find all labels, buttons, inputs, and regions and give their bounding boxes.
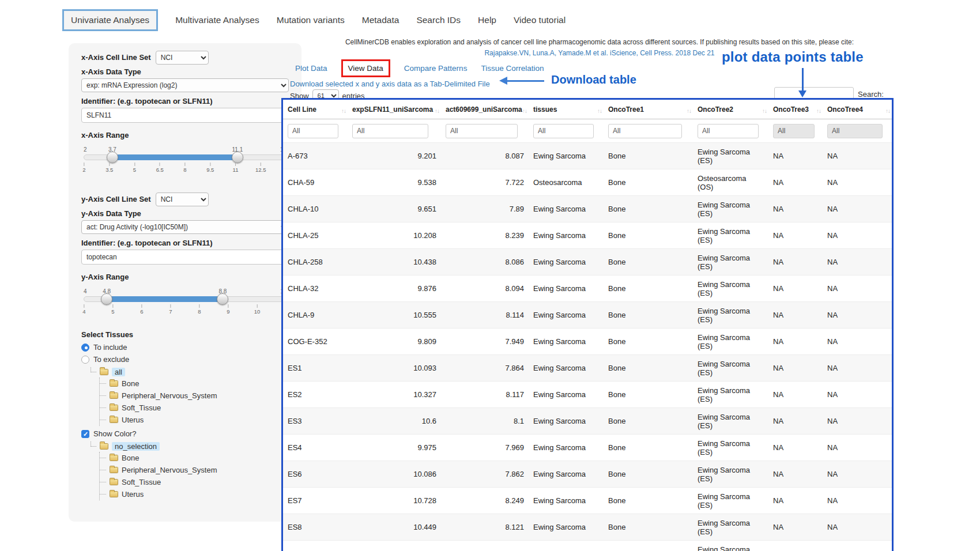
nav-tab-multivariate-analyses[interactable]: Multivariate Analyses — [175, 15, 259, 25]
slider-handle-low[interactable] — [101, 293, 112, 305]
tree-node-bone[interactable]: Bone — [100, 452, 289, 464]
tree-node-soft-tissue[interactable]: Soft_Tissue — [100, 402, 289, 414]
table-row-chla-9[interactable]: CHLA-910.5558.114Ewing SarcomaBoneEwing … — [283, 302, 892, 329]
sort-icon[interactable]: ↑↓ — [687, 107, 691, 115]
nav-tab-video-tutorial[interactable]: Video tutorial — [514, 15, 566, 25]
sort-icon[interactable]: ↑↓ — [816, 107, 821, 115]
column-filter-cell-line[interactable] — [288, 124, 338, 138]
tissues-include-option[interactable]: To include — [81, 343, 289, 352]
cell-tissues: Ewing Sarcoma — [529, 435, 604, 461]
column-header-oncotree3[interactable]: OncoTree3↑↓ — [768, 100, 823, 119]
download-data-link[interactable]: Download selected x and y axis data as a… — [290, 80, 490, 88]
tree-node-uterus[interactable]: Uterus — [100, 414, 289, 426]
table-header-row: Cell Line↑↓expSLFN11_uniSarcoma↑↓act6096… — [283, 100, 892, 119]
column-filter-expslfn11-unisarcoma[interactable] — [352, 124, 428, 138]
sort-icon[interactable]: ↑↓ — [435, 107, 439, 115]
tree-node-peripheral-nervous-system[interactable]: Peripheral_Nervous_System — [100, 390, 289, 402]
tree-node-no-selection[interactable]: no_selection — [91, 440, 289, 452]
tree-node-soft-tissue[interactable]: Soft_Tissue — [100, 476, 289, 488]
column-header-oncotree1[interactable]: OncoTree1↑↓ — [604, 100, 693, 119]
tree-node-all[interactable]: all — [91, 366, 289, 378]
slider-handle-high[interactable] — [217, 293, 228, 305]
y-axis-identifier-input[interactable] — [81, 250, 289, 265]
column-filter-oncotree4[interactable] — [827, 124, 883, 138]
cell-oncotree4: NA — [823, 435, 892, 461]
table-row-chla-258[interactable]: CHLA-25810.4388.086Ewing SarcomaBoneEwin… — [283, 249, 892, 276]
table-row-es6[interactable]: ES610.0867.862Ewing SarcomaBoneEwing Sar… — [283, 461, 892, 488]
annotation-left-arrow-head-icon — [499, 77, 507, 85]
column-filter-act609699-unisarcoma[interactable] — [446, 124, 518, 138]
sort-icon[interactable]: ↑↓ — [597, 107, 602, 115]
table-row-chla-25[interactable]: CHLA-2510.2088.239Ewing SarcomaBoneEwing… — [283, 222, 892, 249]
x-axis-cell-line-set-select[interactable]: NCI — [156, 51, 209, 65]
y-axis-cell-line-set-select[interactable]: NCI — [156, 193, 209, 206]
column-filter-oncotree2[interactable] — [698, 124, 759, 138]
tree-node-bone[interactable]: Bone — [100, 378, 289, 390]
column-label: Cell Line — [288, 105, 316, 114]
annotation-down-arrow-head-icon — [798, 90, 806, 97]
table-row-cha-59[interactable]: CHA-599.5387.722OsteosarcomaBoneOsteosar… — [283, 169, 892, 196]
radio-selected-icon[interactable] — [81, 344, 89, 352]
tree-node-label[interactable]: all — [112, 368, 125, 376]
x-axis-cell-line-set-label: x-Axis Cell Line Set — [81, 53, 151, 62]
sort-icon[interactable]: ↑↓ — [341, 107, 346, 115]
table-row-chla-32[interactable]: CHLA-329.8768.094Ewing SarcomaBoneEwing … — [283, 276, 892, 302]
column-filter-oncotree3[interactable] — [773, 124, 815, 138]
slider-tick-label: 11 — [233, 163, 239, 173]
tree-node-uterus[interactable]: Uterus — [100, 488, 289, 500]
y-axis-identifier-label: Identifier: (e.g. topotecan or SLFN11) — [81, 239, 289, 248]
table-row-es7[interactable]: ES710.7288.249Ewing SarcomaBoneEwing Sar… — [283, 488, 892, 514]
column-header-expslfn11-unisarcoma[interactable]: expSLFN11_uniSarcoma↑↓ — [348, 100, 441, 119]
column-filter-tissues[interactable] — [533, 124, 594, 138]
slider-handle-high[interactable] — [232, 152, 243, 163]
table-row-a-673[interactable]: A-6739.2018.087Ewing SarcomaBoneEwing Sa… — [283, 143, 892, 169]
tab-tissue-correlation[interactable]: Tissue Correlation — [481, 64, 544, 73]
cell-oncotree3: NA — [768, 408, 823, 435]
cell-cell-line: ES2 — [283, 382, 348, 408]
y-axis-range-slider: 4114.88.84567891011 — [84, 289, 287, 319]
tree-node-label[interactable]: no_selection — [112, 442, 160, 451]
nav-tab-search-ids[interactable]: Search IDs — [416, 15, 461, 25]
tree-connector — [91, 367, 96, 372]
x-axis-identifier-input[interactable] — [81, 108, 289, 123]
table-row-es8[interactable]: ES810.4498.121Ewing SarcomaBoneEwing Sar… — [283, 514, 892, 541]
sort-icon[interactable]: ↑↓ — [522, 107, 527, 115]
table-row-es2[interactable]: ES210.3278.117Ewing SarcomaBoneEwing Sar… — [283, 382, 892, 408]
table-row-es4[interactable]: ES49.9757.969Ewing SarcomaBoneEwing Sarc… — [283, 435, 892, 461]
nav-tab-univariate-analyses[interactable]: Univariate Analyses — [62, 9, 158, 31]
sort-icon[interactable]: ↑↓ — [762, 107, 767, 115]
cell-oncotree1: Bone — [604, 461, 693, 488]
tab-plot-data[interactable]: Plot Data — [295, 64, 327, 73]
table-row-es3[interactable]: ES310.68.1Ewing SarcomaBoneEwing Sarcoma… — [283, 408, 892, 435]
nav-tab-metadata[interactable]: Metadata — [362, 15, 399, 25]
slider-handle-low[interactable] — [107, 152, 118, 163]
show-color-option[interactable]: Show Color? — [81, 429, 289, 438]
tab-compare-patterns[interactable]: Compare Patterns — [404, 64, 468, 73]
tab-view-data[interactable]: View Data — [348, 64, 383, 73]
column-header-oncotree2[interactable]: OncoTree2↑↓ — [693, 100, 768, 119]
x-axis-data-type-select[interactable]: exp: mRNA Expression (log2) — [81, 78, 289, 92]
checkbox-checked-icon[interactable] — [81, 430, 89, 438]
radio-unselected-icon[interactable] — [81, 356, 89, 364]
x-axis-identifier-label: Identifier: (e.g. topotecan or SLFN11) — [81, 97, 289, 106]
table-row-cog-e-352[interactable]: COG-E-3529.8097.949Ewing SarcomaBoneEwin… — [283, 329, 892, 355]
column-header-oncotree4[interactable]: OncoTree4↑↓ — [823, 100, 892, 119]
annotation-down-arrow-icon — [802, 68, 804, 91]
tree-node-peripheral-nervous-system[interactable]: Peripheral_Nervous_System — [100, 464, 289, 476]
cell-oncotree4: NA — [823, 382, 892, 408]
tree-connector — [91, 441, 96, 447]
y-axis-data-type-select[interactable]: act: Drug Activity (-log10[IC50M]) — [81, 220, 289, 234]
column-header-tissues[interactable]: tissues↑↓ — [529, 100, 604, 119]
nav-tab-help[interactable]: Help — [478, 15, 496, 25]
cell-oncotree3: NA — [768, 169, 823, 196]
table-row-es1[interactable]: ES110.0937.864Ewing SarcomaBoneEwing Sar… — [283, 355, 892, 382]
table-row-chla-10[interactable]: CHLA-109.6517.89Ewing SarcomaBoneEwing S… — [283, 196, 892, 222]
column-header-cell-line[interactable]: Cell Line↑↓ — [283, 100, 348, 119]
table-row-ew8[interactable]: EW89.6778.082Ewing SarcomaBoneEwing Sarc… — [283, 541, 892, 551]
column-filter-oncotree1[interactable] — [608, 124, 682, 138]
nav-tab-mutation-variants[interactable]: Mutation variants — [277, 15, 345, 25]
column-header-act609699-unisarcoma[interactable]: act609699_uniSarcoma↑↓ — [441, 100, 529, 119]
sort-icon[interactable]: ↑↓ — [885, 107, 890, 115]
cell-oncotree2: Osteosarcoma (OS) — [693, 169, 768, 196]
tissues-exclude-option[interactable]: To exclude — [81, 355, 289, 364]
